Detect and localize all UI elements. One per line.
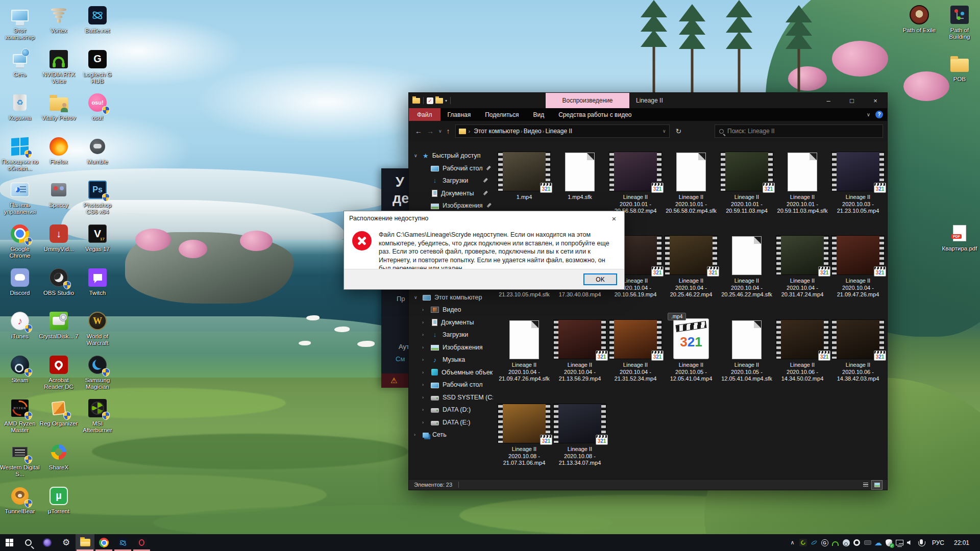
desktop-icon-квартира-pdf[interactable]: PDFКвартира.pdf [940, 222, 979, 252]
tray-onedrive-icon[interactable]: ☁ [873, 534, 884, 551]
file-tile[interactable]: 321Lineage II 2020.10.08 - 21.07.31.06.m… [497, 399, 551, 467]
tray-app-icon[interactable] [862, 534, 873, 551]
tray-expand-icon[interactable]: ∧ [787, 534, 798, 551]
nav-item-сеть[interactable]: ›Сеть [409, 429, 493, 441]
desktop-icon-amd-ryzen-master[interactable]: RYZENAMD Ryzen Master [0, 397, 40, 434]
tray-nvidia-icon[interactable] [798, 534, 808, 551]
back-button[interactable]: ← [415, 127, 422, 135]
file-tile[interactable]: Lineage II 2020.10.01 - 20.56.58.02.mp4.… [664, 147, 718, 215]
maximize-button[interactable]: □ [840, 93, 864, 108]
nav-item-музыка[interactable]: ›♪Музыка [409, 354, 493, 366]
chevron-right-icon[interactable]: › [422, 395, 427, 400]
desktop-icon-ummyvid-[interactable]: ↓UmmyVid... [39, 223, 79, 253]
tray-defender-icon[interactable] [884, 534, 894, 551]
contextual-tab-header[interactable]: Воспроизведение [546, 93, 629, 108]
nav-item-этот-компьютер[interactable]: ∨Этот компьютер [409, 291, 493, 304]
chevron-right-icon[interactable]: › [414, 432, 419, 437]
thumbnails-view-button[interactable] [872, 481, 882, 489]
nav-item-быстрый-доступ[interactable]: ∨★Быстрый доступ [409, 149, 493, 162]
close-button[interactable]: × [864, 93, 887, 108]
desktop-icon-корзина[interactable]: ♻Корзина [0, 92, 40, 121]
nav-item-документы[interactable]: ›Документы [409, 316, 493, 329]
file-tile[interactable]: 321Lineage II 2020.10.04 - 21.13.56.29.m… [553, 315, 607, 383]
desktop-icon-сеть[interactable]: Сеть [0, 48, 40, 78]
chevron-right-icon[interactable]: › [422, 345, 427, 350]
file-tile[interactable]: 321Lineage II 2020.10.08 - 21.13.34.07.m… [553, 399, 607, 467]
clock[interactable]: 22:01 [950, 539, 973, 546]
nav-item-загрузки[interactable]: ↓Загрузки [409, 174, 493, 187]
tray-logitech-icon[interactable]: G [819, 534, 830, 551]
refresh-icon[interactable]: ↻ [673, 127, 685, 135]
desktop-icon-path-of-exile[interactable]: Path of Exile [899, 4, 939, 34]
file-tile[interactable]: 321Lineage II 2020.10.01 - 20.59.11.03.m… [720, 147, 774, 215]
file-tile[interactable]: 321Lineage II 2020.10.04 - 20.31.47.24.m… [775, 231, 829, 298]
desktop-icon-vegas-17[interactable]: V17Vegas 17 [78, 223, 117, 253]
file-tile[interactable]: 321Lineage II 2020.10.03 - 21.23.10.05.m… [831, 147, 885, 215]
file-tile[interactable]: 1.mp4.sfk [553, 147, 607, 201]
desktop-icon-firefox[interactable]: Firefox [39, 136, 79, 165]
nav-item-рабочий-стол[interactable]: Рабочий стол [409, 162, 493, 175]
desktop-icon-itunes[interactable]: ♪iTunes [0, 310, 40, 340]
desktop-icon-pob[interactable]: POB [940, 53, 979, 83]
desktop-icon-steam[interactable]: Steam [0, 354, 40, 384]
file-tile[interactable]: 321Lineage II 2020.10.04 - 21.31.52.34.m… [608, 315, 663, 383]
tray-volume-icon[interactable] [905, 534, 916, 551]
chevron-right-icon[interactable]: › [422, 357, 427, 362]
desktop-icon-battle-net[interactable]: Battle.net [78, 5, 117, 34]
address-bar[interactable]: › Этот компьютер›Видео›Lineage II ∨ [455, 124, 670, 138]
file-tile[interactable]: 321Lineage II 2020.10.04 - 21.09.47.26.m… [831, 231, 885, 298]
chevron-right-icon[interactable]: › [422, 307, 427, 312]
breadcrumb-segment[interactable]: Видео [523, 128, 543, 135]
desktop-icon-world-of-warcraft[interactable]: WWorld of Warcraft [78, 310, 117, 346]
desktop-icon-western-digital-s-[interactable]: Western Digital S... [0, 441, 40, 478]
desktop-icon-samsung-magician[interactable]: Samsung Magician [78, 354, 117, 390]
ribbon-expand-icon[interactable]: ∨ [867, 112, 870, 117]
desktop-icon-msi-afterburner[interactable]: MSI Afterburner [78, 397, 117, 434]
desktop-icon--torrent[interactable]: µµTorrent [39, 485, 79, 515]
minimize-button[interactable]: – [817, 93, 840, 108]
ribbon-tab-1[interactable]: Главная [440, 108, 478, 121]
chevron-right-icon[interactable]: › [422, 407, 427, 412]
chevron-down-icon[interactable]: ∨ [414, 295, 419, 300]
nav-item-рабочий-стол[interactable]: ›Рабочий стол [409, 379, 493, 391]
desktop-icon-twitch[interactable]: Twitch [78, 267, 117, 296]
search-button[interactable] [19, 534, 38, 551]
file-tile[interactable]: 321Lineage II 2020.10.06 - 14.34.50.02.m… [775, 315, 829, 383]
desktop-icon-osu-[interactable]: osu!osu! [78, 92, 117, 121]
nav-item-data-d-[interactable]: ›DATA (D:) [409, 404, 493, 416]
desktop-icon-speccy[interactable]: Speccy [39, 179, 79, 209]
nav-item-загрузки[interactable]: ›↓Загрузки [409, 329, 493, 341]
ribbon-tab-3[interactable]: Вид [526, 108, 551, 121]
ribbon-tab-file[interactable]: Файл [409, 108, 440, 121]
desktop-icon-photoshop-cs6-x64[interactable]: PsPhotoshop CS6 x64 [78, 179, 117, 215]
desktop-icon-sharex[interactable]: ShareX [39, 441, 79, 471]
forward-button[interactable]: → [427, 127, 434, 135]
address-dropdown-icon[interactable]: ∨ [663, 129, 666, 134]
desktop-icon-tunnelbear[interactable]: TunnelBear [0, 485, 40, 515]
taskbar-battlenet-button[interactable] [113, 534, 132, 551]
details-view-button[interactable] [861, 481, 871, 489]
tray-battlenet-icon[interactable] [808, 534, 819, 551]
properties-icon[interactable]: ✓ [427, 97, 433, 104]
taskbar-opera-gx-button[interactable] [132, 534, 151, 551]
cortana-button[interactable] [38, 534, 57, 551]
desktop-icon-logitech-g-hub[interactable]: GLogitech G HUB [78, 48, 117, 85]
settings-button[interactable]: ⚙ [57, 534, 76, 551]
tray-ummy-icon[interactable] [851, 534, 862, 551]
file-tile[interactable]: Lineage II 2020.10.04 - 20.25.46.22.mp4.… [720, 231, 774, 298]
dialog-close-icon[interactable]: × [604, 211, 624, 226]
ribbon-tab-4[interactable]: Средства работы с видео [551, 108, 639, 121]
language-indicator[interactable]: РУС [928, 539, 948, 546]
desktop-icon-этот-компьютер[interactable]: Этот компьютер [0, 5, 40, 41]
desktop-icon-mumble[interactable]: Mumble [78, 136, 117, 165]
nav-item-видео[interactable]: ›Видео [409, 304, 493, 316]
desktop-icon-vitaliy-petrov[interactable]: Vitaliy Petrov [39, 92, 79, 121]
desktop-icon-google-chrome[interactable]: Google Chrome [0, 223, 40, 259]
start-button[interactable] [0, 534, 19, 551]
file-tile[interactable]: .mp4321Lineage II 2020.10.05 - 12.05.41.… [664, 315, 718, 383]
nav-item-ssd-system-c-[interactable]: ›SSD SYSTEM (C:) [409, 391, 493, 404]
breadcrumb-segment[interactable]: Lineage II [544, 128, 573, 135]
qat-customize-icon[interactable]: ▾ [445, 98, 447, 103]
file-tile[interactable]: Lineage II 2020.10.05 - 12.05.41.04.mp4.… [720, 315, 774, 383]
file-tile[interactable]: 321Lineage II 2020.10.06 - 14.38.42.03.m… [831, 315, 885, 383]
